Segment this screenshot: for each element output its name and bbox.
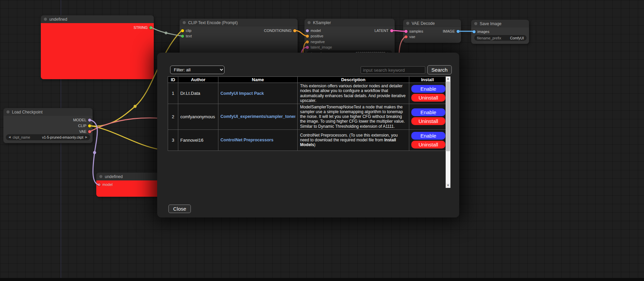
extension-link[interactable]: ControlNet Preprocessors	[220, 138, 295, 142]
node-title: VAE Decode	[412, 21, 435, 26]
node-status-dot-icon[interactable]	[406, 22, 409, 25]
output-slot-string[interactable]: STRING	[133, 25, 152, 30]
input-slot-model[interactable]: model	[306, 28, 321, 33]
ckpt-prev-icon[interactable]: ◀	[9, 136, 11, 139]
enable-button[interactable]: Enable	[411, 85, 445, 93]
uninstall-button[interactable]: Uninstall	[411, 94, 445, 102]
uninstall-button[interactable]: Uninstall	[411, 141, 445, 148]
node-ksampler[interactable]: KSampler model positive negative latent_…	[304, 19, 395, 58]
comfyui-canvas[interactable]: undefined STRING CLIP Text Encode (Promp…	[0, 0, 644, 281]
header-id: ID	[168, 77, 178, 83]
input-dot-icon[interactable]	[306, 40, 309, 43]
output-dot-icon[interactable]	[293, 29, 296, 32]
extension-name-cell: ComfyUI Impact Pack	[218, 83, 298, 104]
header-name: Name	[218, 77, 298, 83]
node-header[interactable]: Save Image	[471, 20, 529, 28]
node-status-dot-icon[interactable]	[308, 21, 311, 24]
output-slot-clip[interactable]: CLIP	[78, 123, 91, 128]
filename-prefix-value: ComfyUI	[510, 36, 524, 40]
input-slot-clip[interactable]: clip	[181, 28, 192, 33]
output-dot-icon[interactable]	[88, 124, 91, 127]
link-dot-yellow	[134, 105, 137, 108]
search-input[interactable]	[361, 66, 425, 74]
output-slot-model[interactable]: MODEL	[73, 118, 91, 122]
scrollbar-thumb[interactable]	[446, 82, 450, 151]
input-slot-vae[interactable]: vae	[404, 34, 415, 39]
slot-label: vae	[409, 35, 415, 39]
node-status-dot-icon[interactable]	[474, 22, 477, 25]
node-header[interactable]: KSampler	[304, 19, 395, 27]
output-dot-icon[interactable]	[88, 130, 91, 133]
table-scrollbar[interactable]: ▲ ▼	[446, 76, 450, 188]
node-undefined-string[interactable]: undefined STRING	[41, 15, 154, 79]
input-dot-icon[interactable]	[306, 35, 309, 38]
output-dot-icon[interactable]	[457, 30, 460, 33]
input-slot-negative[interactable]: negative	[306, 39, 325, 44]
node-status-dot-icon[interactable]	[44, 18, 47, 21]
node-vae-decode[interactable]: VAE Decode samples vae IMAGE	[403, 19, 461, 43]
output-slot-vae[interactable]: VAE	[79, 129, 91, 134]
output-dot-icon[interactable]	[88, 119, 91, 122]
input-dot-icon[interactable]	[473, 30, 476, 33]
canvas-bottom-edge	[0, 278, 644, 281]
input-slot-model[interactable]: model	[98, 182, 113, 187]
node-status-dot-icon[interactable]	[99, 175, 102, 178]
input-slot-latent-image[interactable]: latent_image	[306, 45, 332, 50]
node-body[interactable]: STRING	[41, 23, 154, 79]
slot-label: text	[186, 34, 192, 38]
slot-label: clip	[186, 29, 192, 33]
input-dot-icon[interactable]	[98, 183, 101, 186]
node-title: undefined	[49, 17, 67, 22]
node-header[interactable]: Load Checkpoint	[3, 108, 93, 116]
slot-label: images	[477, 30, 489, 34]
wire-vae-out	[90, 118, 160, 131]
scrollbar-down-arrow-icon[interactable]: ▼	[446, 183, 450, 188]
close-button[interactable]: Close	[168, 205, 191, 213]
node-body[interactable]: samples vae IMAGE	[403, 27, 461, 43]
node-status-dot-icon[interactable]	[183, 21, 186, 24]
input-slot-images[interactable]: images	[473, 29, 489, 34]
filter-select[interactable]: Filter: all	[170, 66, 225, 74]
node-status-dot-icon[interactable]	[6, 110, 10, 113]
node-undefined-model[interactable]: undefined model	[96, 173, 161, 197]
output-dot-icon[interactable]	[390, 29, 393, 32]
enable-button[interactable]: Enable	[411, 132, 445, 140]
node-body[interactable]: MODEL CLIP VAE ◀ ckpt_name v1-5-pruned-e…	[3, 116, 93, 143]
extension-link[interactable]: ComfyUI Impact Pack	[220, 91, 295, 96]
scrollbar-up-arrow-icon[interactable]: ▲	[446, 76, 450, 81]
node-load-checkpoint[interactable]: Load Checkpoint MODEL CLIP VAE ◀ ckpt_na…	[3, 108, 93, 143]
input-slot-positive[interactable]: positive	[306, 34, 323, 38]
node-clip-text-encode[interactable]: CLIP Text Encode (Prompt) clip text COND…	[180, 19, 298, 58]
output-slot-conditioning[interactable]: CONDITIONING	[264, 28, 296, 33]
input-dot-icon[interactable]	[306, 46, 309, 49]
input-dot-icon[interactable]	[306, 29, 309, 32]
input-dot-icon[interactable]	[404, 30, 408, 33]
output-dot-icon[interactable]	[149, 26, 152, 29]
search-button[interactable]: Search	[427, 65, 452, 74]
enable-button[interactable]: Enable	[411, 108, 445, 116]
uninstall-button[interactable]: Uninstall	[411, 117, 445, 125]
extension-install-cell: Enable Uninstall	[409, 104, 446, 130]
slot-label: latent_image	[311, 45, 332, 49]
input-dot-icon[interactable]	[181, 35, 184, 38]
node-header[interactable]: CLIP Text Encode (Prompt)	[180, 19, 298, 27]
extension-link[interactable]: ComfyUI_experiments/sampler_tonemap	[220, 114, 295, 119]
input-slot-samples[interactable]: samples	[404, 29, 423, 34]
ckpt-next-icon[interactable]: ▶	[85, 136, 87, 139]
slot-label: model	[102, 182, 113, 187]
extension-description-cell: ModelSamplerTonemapNoiseTest a node that…	[298, 104, 409, 130]
output-slot-image[interactable]: IMAGE	[443, 29, 460, 34]
input-slot-text[interactable]: text	[181, 34, 192, 38]
node-body[interactable]: model	[96, 180, 161, 197]
output-slot-latent[interactable]: LATENT	[375, 28, 393, 33]
node-save-image[interactable]: Save Image images filename_prefix ComfyU…	[471, 20, 529, 44]
node-header[interactable]: VAE Decode	[403, 19, 461, 27]
input-dot-icon[interactable]	[404, 35, 408, 38]
ckpt-name-widget[interactable]: ◀ ckpt_name v1-5-pruned-emaonly.ckpt ▶	[6, 135, 90, 140]
node-header[interactable]: undefined	[41, 15, 154, 23]
node-header[interactable]: undefined	[96, 173, 161, 180]
node-body[interactable]: images filename_prefix ComfyUI	[471, 28, 529, 44]
extensions-table-body: 1 Dr.Lt.Data ComfyUI Impact Pack This ex…	[168, 83, 446, 151]
filename-prefix-widget[interactable]: filename_prefix ComfyUI	[475, 35, 526, 40]
input-dot-icon[interactable]	[181, 29, 184, 32]
